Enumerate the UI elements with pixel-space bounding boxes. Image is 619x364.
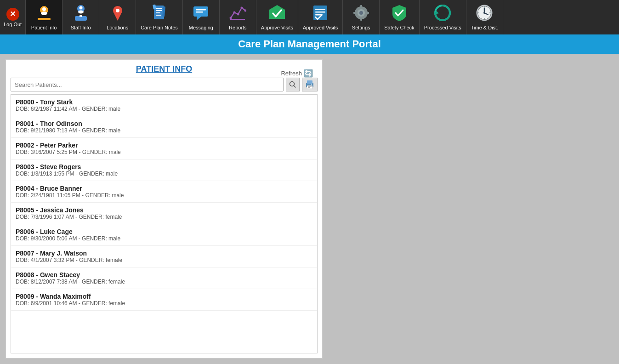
time-dist-icon bbox=[476, 4, 493, 24]
nav-approved-visits[interactable]: Approved Visits bbox=[298, 0, 343, 34]
patient-dob: DOB: 4/1/2007 3:32 PM - GENDER: female bbox=[16, 257, 312, 263]
svg-point-12 bbox=[116, 9, 119, 12]
approved-visits-icon bbox=[312, 4, 329, 24]
svg-marker-31 bbox=[269, 5, 285, 19]
patient-list: P8000 - Tony Stark DOB: 6/2/1987 11:42 A… bbox=[11, 94, 318, 353]
patient-list-item[interactable]: P8004 - Bruce Banner DOB: 2/24/1981 11:0… bbox=[11, 181, 317, 203]
nav-approved-visits-label: Approved Visits bbox=[303, 25, 338, 30]
svg-rect-23 bbox=[196, 9, 206, 11]
safety-check-icon bbox=[391, 4, 408, 24]
nav-time-dist-label: Time & Dist. bbox=[471, 25, 499, 30]
svg-rect-3 bbox=[38, 18, 51, 20]
patient-list-item[interactable]: P8006 - Luke Cage DOB: 9/30/2000 5:06 AM… bbox=[11, 224, 317, 246]
patient-list-item[interactable]: P8005 - Jessica Jones DOB: 7/3/1996 1:07… bbox=[11, 203, 317, 224]
patient-name: P8004 - Bruce Banner bbox=[16, 185, 312, 192]
svg-point-61 bbox=[311, 84, 312, 85]
main-content: PATIENT INFO Refresh 🔄 bbox=[0, 54, 619, 364]
svg-point-49 bbox=[483, 12, 485, 14]
svg-rect-39 bbox=[360, 5, 362, 8]
search-icon bbox=[289, 81, 296, 88]
svg-rect-18 bbox=[156, 15, 161, 16]
search-input[interactable] bbox=[11, 78, 284, 91]
svg-marker-22 bbox=[197, 17, 201, 20]
svg-rect-15 bbox=[156, 8, 162, 9]
print-button[interactable] bbox=[302, 78, 318, 91]
nav-staff-info[interactable]: Staff Info bbox=[62, 0, 99, 34]
patient-dob: DOB: 3/16/2007 5:25 PM - GENDER: male bbox=[16, 149, 312, 155]
nav-time-dist[interactable]: Time & Dist. bbox=[466, 0, 504, 34]
nav-approve-visits[interactable]: Approve Visits bbox=[256, 0, 298, 34]
patient-list-item[interactable]: P8009 - Wanda Maximoff DOB: 6/9/2001 10:… bbox=[11, 289, 317, 311]
svg-point-5 bbox=[79, 6, 82, 10]
svg-point-26 bbox=[233, 11, 236, 14]
patient-dob: DOB: 2/24/1981 11:05 PM - GENDER: male bbox=[16, 192, 312, 199]
staff-info-icon bbox=[72, 4, 90, 24]
settings-icon bbox=[352, 4, 370, 24]
nav-safety-check-label: Safety Check bbox=[384, 25, 414, 30]
svg-rect-30 bbox=[230, 19, 245, 20]
right-panel bbox=[328, 54, 619, 364]
svg-point-28 bbox=[241, 7, 243, 9]
nav-messaging-label: Messaging bbox=[189, 25, 213, 30]
reports-icon bbox=[229, 4, 246, 24]
svg-rect-34 bbox=[315, 11, 325, 13]
patient-name: P8007 - Mary J. Watson bbox=[16, 250, 312, 257]
panel-title: PATIENT INFO bbox=[11, 64, 318, 74]
svg-point-25 bbox=[230, 17, 232, 19]
svg-rect-41 bbox=[353, 12, 357, 14]
patient-name: P8009 - Wanda Maximoff bbox=[16, 293, 312, 300]
print-icon bbox=[305, 80, 315, 90]
nav-reports-label: Reports bbox=[229, 25, 247, 30]
nav-staff-info-label: Staff Info bbox=[71, 25, 91, 30]
logout-label: Log Out bbox=[4, 22, 22, 27]
patient-dob: DOB: 6/9/2001 10:46 AM - GENDER: female bbox=[16, 300, 312, 307]
nav-processed-visits[interactable]: Processed Visits bbox=[420, 0, 466, 34]
nav-reports[interactable]: Reports bbox=[220, 0, 256, 34]
nav-locations[interactable]: Locations bbox=[99, 0, 136, 34]
svg-point-27 bbox=[237, 13, 239, 16]
patient-list-item[interactable]: P8000 - Tony Stark DOB: 6/2/1987 11:42 A… bbox=[11, 95, 317, 116]
patient-name: P8003 - Steve Rogers bbox=[16, 163, 312, 171]
nav-settings-label: Settings bbox=[352, 25, 370, 30]
nav-safety-check[interactable]: Safety Check bbox=[380, 0, 419, 34]
patient-name: P8006 - Luke Cage bbox=[16, 228, 312, 235]
panel-header: PATIENT INFO Refresh 🔄 bbox=[11, 64, 318, 78]
nav-processed-visits-label: Processed Visits bbox=[424, 25, 461, 30]
logout-button[interactable]: ✕ Log Out bbox=[0, 0, 26, 34]
nav-messaging[interactable]: Messaging bbox=[183, 0, 220, 34]
locations-icon bbox=[109, 4, 126, 24]
patient-list-item[interactable]: P8007 - Mary J. Watson DOB: 4/1/2007 3:3… bbox=[11, 246, 317, 267]
nav-patient-info-label: Patient Info bbox=[31, 25, 57, 30]
patient-dob: DOB: 6/2/1987 11:42 AM - GENDER: male bbox=[16, 106, 312, 112]
svg-point-2 bbox=[41, 11, 47, 15]
svg-point-1 bbox=[42, 7, 46, 11]
patient-list-item[interactable]: P8003 - Steve Rogers DOB: 1/3/1913 1:55 … bbox=[11, 159, 317, 181]
svg-marker-13 bbox=[114, 14, 121, 21]
nav-patient-info[interactable]: Patient Info bbox=[26, 0, 62, 34]
svg-rect-40 bbox=[360, 17, 362, 21]
patient-list-item[interactable]: P8002 - Peter Parker DOB: 3/16/2007 5:25… bbox=[11, 138, 317, 159]
nav-approve-visits-label: Approve Visits bbox=[261, 25, 293, 30]
svg-rect-42 bbox=[366, 12, 369, 14]
refresh-label: Refresh bbox=[281, 70, 302, 77]
nav-care-plan-notes-label: Care Plan Notes bbox=[141, 25, 178, 30]
svg-point-6 bbox=[78, 11, 84, 14]
messaging-icon bbox=[192, 4, 210, 24]
svg-rect-19 bbox=[153, 5, 156, 10]
nav-settings[interactable]: Settings bbox=[343, 0, 380, 34]
patient-dob: DOB: 1/3/1913 1:55 PM - GENDER: male bbox=[16, 171, 312, 177]
patient-info-icon bbox=[35, 4, 53, 24]
nav-care-plan-notes[interactable]: Care Plan Notes bbox=[136, 0, 183, 34]
patient-dob: DOB: 9/21/1980 7:13 AM - GENDER: male bbox=[16, 127, 312, 134]
patient-info-panel: PATIENT INFO Refresh 🔄 bbox=[6, 59, 323, 358]
search-button[interactable] bbox=[286, 78, 300, 91]
svg-rect-24 bbox=[196, 11, 203, 13]
svg-rect-16 bbox=[156, 10, 162, 11]
refresh-button[interactable]: Refresh 🔄 bbox=[281, 69, 313, 78]
app-title: Care Plan Management Portal bbox=[238, 38, 381, 50]
patient-list-item[interactable]: P8008 - Gwen Stacey DOB: 8/12/2007 7:38 … bbox=[11, 267, 317, 289]
patient-dob: DOB: 7/3/1996 1:07 AM - GENDER: female bbox=[16, 214, 312, 220]
patient-list-item[interactable]: P8001 - Thor Odinson DOB: 9/21/1980 7:13… bbox=[11, 116, 317, 138]
patient-name: P8008 - Gwen Stacey bbox=[16, 271, 312, 279]
approve-visits-icon bbox=[268, 4, 286, 24]
